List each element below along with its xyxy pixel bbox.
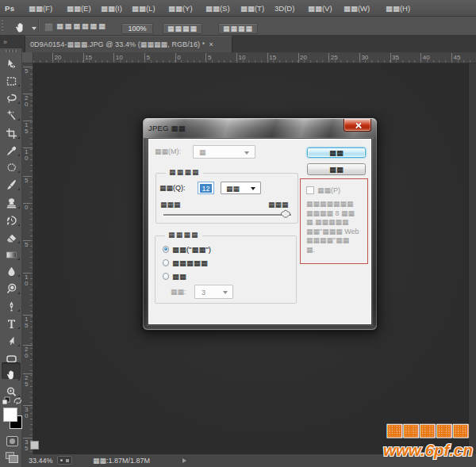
svg-text:www.6pf.cn: www.6pf.cn xyxy=(383,442,473,459)
svg-text:▦▦▦▦▦: ▦▦▦▦▦ xyxy=(386,421,469,438)
